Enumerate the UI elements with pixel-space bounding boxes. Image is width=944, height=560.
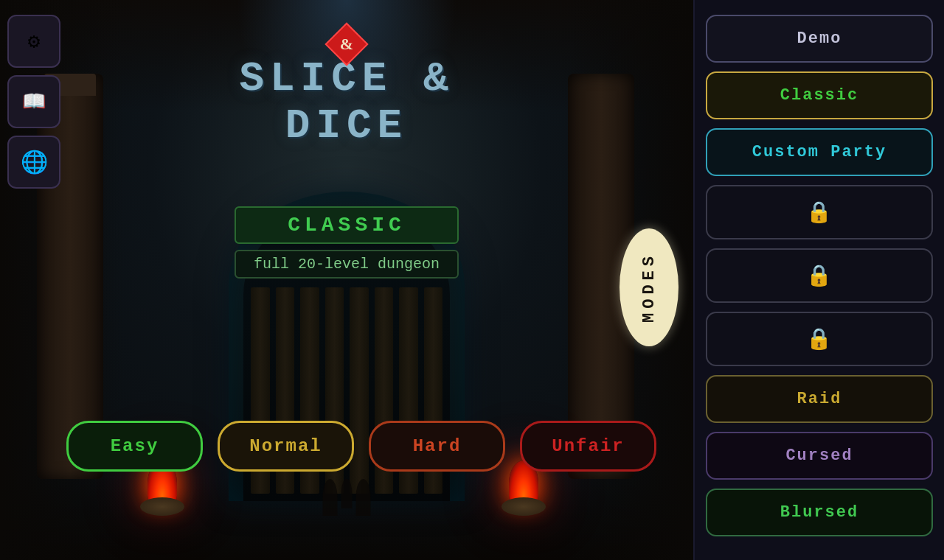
game-area: ⚙ 📖 🌐 & SLICE & DICE CLASSIC full 20-lev… — [0, 0, 693, 560]
settings-icon: ⚙ — [28, 29, 41, 54]
raid-button[interactable]: Raid — [706, 375, 933, 423]
easy-label: Easy — [111, 436, 159, 456]
svg-text:&: & — [340, 35, 353, 53]
globe-icon: 🌐 — [21, 149, 48, 176]
bowl-left — [140, 497, 184, 516]
lock-icon-1: 🔒 — [806, 200, 833, 225]
locked-button-2[interactable]: 🔒 — [706, 248, 933, 303]
hard-button[interactable]: Hard — [369, 421, 505, 472]
mode-description: CLASSIC full 20-level dungeon — [235, 206, 459, 279]
locked-button-1[interactable]: 🔒 — [706, 185, 933, 239]
custom-party-label: Custom Party — [752, 143, 886, 161]
demo-button[interactable]: Demo — [706, 15, 933, 63]
lock-icon-2: 🔒 — [806, 263, 833, 288]
raid-label: Raid — [797, 390, 842, 408]
blursed-label: Blursed — [780, 503, 858, 522]
torch-right — [502, 497, 546, 516]
codex-button[interactable]: 📖 — [7, 75, 60, 128]
bowl-right — [502, 497, 546, 516]
modes-text: MODES — [640, 252, 659, 323]
classic-button[interactable]: Classic — [706, 71, 933, 119]
unfair-button[interactable]: Unfair — [520, 421, 656, 472]
hard-label: Hard — [413, 436, 462, 456]
torch-left — [140, 497, 184, 516]
custom-party-button[interactable]: Custom Party — [706, 128, 933, 176]
mode-subtitle-box: full 20-level dungeon — [235, 250, 459, 279]
mode-subtitle: full 20-level dungeon — [254, 256, 440, 273]
cursed-button[interactable]: Cursed — [706, 432, 933, 480]
mode-title: CLASSIC — [288, 214, 406, 237]
unfair-label: Unfair — [552, 436, 624, 456]
normal-button[interactable]: Normal — [218, 421, 354, 472]
lock-icon-3: 🔒 — [806, 326, 833, 351]
side-icons-panel: ⚙ 📖 🌐 — [7, 15, 60, 189]
cursed-label: Cursed — [785, 447, 853, 465]
silhouettes — [323, 479, 371, 516]
mode-title-box: CLASSIC — [235, 206, 459, 244]
modes-label-area: MODES — [620, 228, 678, 346]
silhouette-1 — [323, 479, 338, 516]
locked-button-3[interactable]: 🔒 — [706, 312, 933, 366]
easy-button[interactable]: Easy — [66, 421, 203, 472]
classic-label: Classic — [780, 86, 858, 105]
language-button[interactable]: 🌐 — [7, 136, 60, 189]
book-icon: 📖 — [22, 90, 46, 113]
game-title-area: & SLICE & DICE — [173, 15, 520, 150]
silhouette-3 — [356, 479, 371, 516]
modes-bubble: MODES — [620, 228, 678, 346]
diamond-logo: & — [321, 18, 372, 70]
difficulty-row: Easy Normal Hard Unfair — [66, 421, 656, 472]
silhouette-2 — [341, 479, 353, 508]
right-panel: Demo Classic Custom Party 🔒 🔒 🔒 Raid Cur… — [693, 0, 944, 560]
settings-button[interactable]: ⚙ — [7, 15, 60, 68]
blursed-button[interactable]: Blursed — [706, 489, 933, 536]
normal-label: Normal — [249, 436, 322, 456]
demo-label: Demo — [797, 29, 842, 48]
